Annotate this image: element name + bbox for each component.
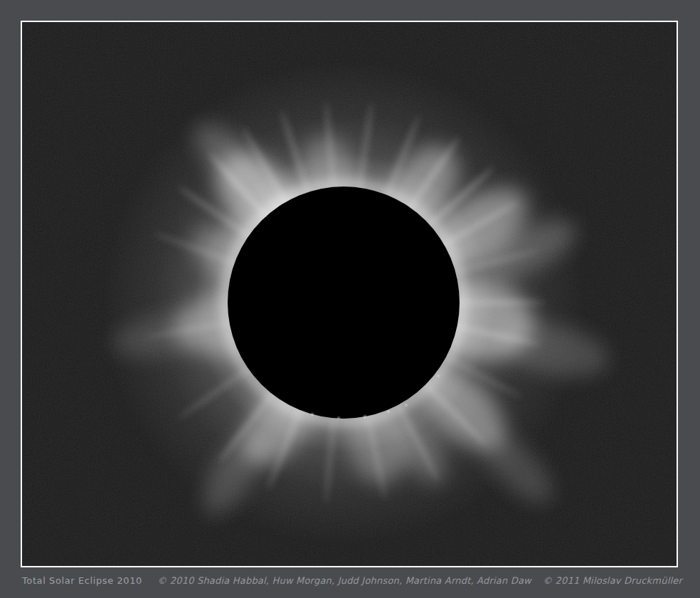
photo-credit-2011: © 2011 Miloslav Druckmüller — [543, 575, 682, 586]
photo-title: Total Solar Eclipse 2010 — [22, 575, 142, 586]
photo-credits: © 2010 Shadia Habbal, Huw Morgan, Judd J… — [157, 575, 682, 586]
moon-disk — [228, 187, 460, 419]
photo-credit-2010: © 2010 Shadia Habbal, Huw Morgan, Judd J… — [157, 575, 531, 586]
eclipse-photo — [21, 21, 678, 567]
caption-bar: Total Solar Eclipse 2010 © 2010 Shadia H… — [22, 575, 682, 591]
eclipse-photo-canvas — [22, 22, 677, 566]
